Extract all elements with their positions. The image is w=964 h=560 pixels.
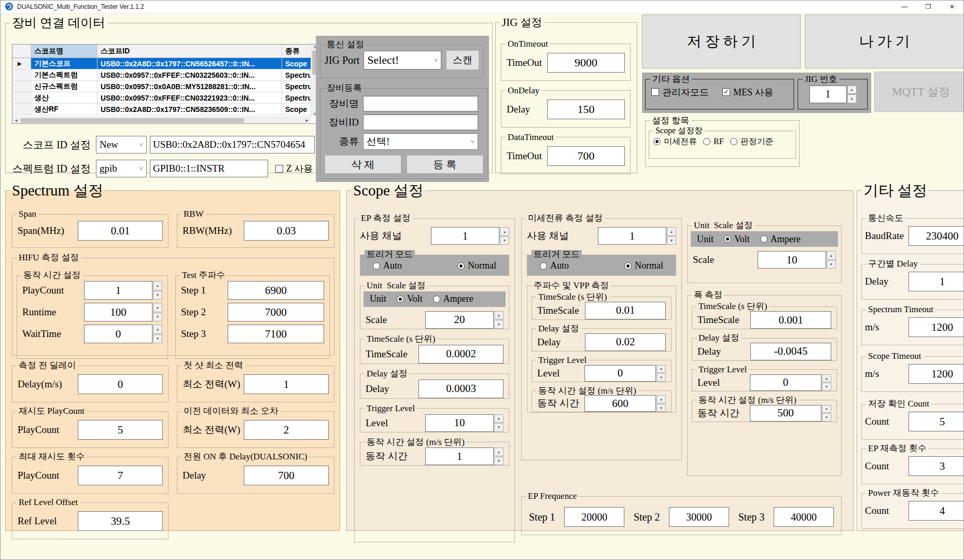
radio-judgement[interactable]: 판정기준: [730, 136, 774, 147]
device-name-input[interactable]: [363, 96, 478, 111]
jig-number-stepper[interactable]: 1 ▲ ▼: [809, 86, 857, 103]
ep-level-stepper[interactable]: 10 ▲▼: [425, 414, 504, 432]
ep-freq-step1-field[interactable]: 20000: [564, 507, 624, 527]
on-delay-field[interactable]: 150: [547, 100, 625, 119]
span-field[interactable]: 0.01: [78, 221, 163, 241]
spinner-up-icon[interactable]: ▲: [500, 227, 509, 236]
spinner-up-icon[interactable]: ▲: [153, 325, 162, 334]
radio-auto[interactable]: Auto: [540, 260, 569, 271]
scroll-right-icon[interactable]: ►: [303, 118, 311, 123]
spectrum-timeout-field[interactable]: 1200: [909, 317, 964, 337]
column-header-scope-name[interactable]: 스코프명: [31, 45, 97, 58]
scope-id-combo[interactable]: New ˅: [96, 136, 147, 153]
spinner-up-icon[interactable]: ▲: [656, 395, 666, 403]
waittime-stepper[interactable]: 0 ▲▼: [84, 325, 162, 343]
radio-micro-current[interactable]: 미세전류: [653, 136, 697, 147]
spinner-down-icon[interactable]: ▼: [827, 260, 836, 269]
spinner-up-icon[interactable]: ▲: [494, 414, 504, 423]
spinner-up-icon[interactable]: ▲: [667, 227, 676, 236]
radio-normal[interactable]: Normal: [457, 260, 496, 271]
spectrum-id-field[interactable]: GPIB0::1::INSTR: [150, 160, 268, 177]
baudrate-field[interactable]: 230400: [909, 226, 964, 246]
spinner-down-icon[interactable]: ▼: [153, 334, 162, 344]
spinner-up-icon[interactable]: ▲: [153, 281, 162, 290]
exit-button[interactable]: 나 가 기: [805, 15, 964, 68]
spinner-up-icon[interactable]: ▲: [153, 303, 162, 312]
table-row[interactable]: 신규스펙트럼 USB0::0x0957::0x0A0B::MY51288281:…: [12, 81, 318, 92]
spinner-down-icon[interactable]: ▼: [494, 423, 504, 432]
width-scale-stepper[interactable]: 10 ▲▼: [758, 251, 836, 269]
spinner-down-icon[interactable]: ▼: [667, 236, 676, 245]
ref-level-field[interactable]: 39.5: [78, 511, 163, 531]
delete-button[interactable]: 삭 제: [325, 155, 401, 174]
ep-scale-stepper[interactable]: 20 ▲▼: [425, 311, 504, 329]
radio-volt[interactable]: Volt: [724, 234, 750, 245]
register-button[interactable]: 등 록: [407, 155, 483, 174]
spinner-up-icon[interactable]: ▲: [822, 405, 831, 413]
playcount-stepper[interactable]: 1 ▲▼: [84, 281, 162, 300]
admin-mode-checkbox[interactable]: 관리자모드: [651, 86, 709, 99]
ep-channel-stepper[interactable]: 1 ▲▼: [431, 227, 509, 245]
ep-runtime-stepper[interactable]: 1 ▲▼: [425, 447, 504, 465]
table-row[interactable]: 기본스펙트럼 USB0::0x0957::0xFFEF::CN03225603:…: [12, 69, 318, 81]
column-header-type[interactable]: 종류: [282, 45, 311, 58]
micro-delay-field[interactable]: 0.02: [585, 333, 666, 351]
ep-remeasure-count-field[interactable]: 3: [909, 456, 964, 476]
maximize-button[interactable]: ❐: [916, 0, 940, 13]
horizontal-scroll-thumb[interactable]: [21, 118, 244, 123]
scroll-left-icon[interactable]: ◄: [12, 118, 20, 123]
section-delay-field[interactable]: 1: [909, 272, 964, 291]
spinner-down-icon[interactable]: ▼: [847, 94, 857, 103]
width-delay-field[interactable]: -0.0045: [750, 343, 831, 360]
close-button[interactable]: ✕: [940, 0, 964, 13]
spinner-up-icon[interactable]: ▲: [847, 86, 857, 94]
first-shot-field[interactable]: 1: [244, 374, 329, 394]
micro-channel-stepper[interactable]: 1 ▲▼: [598, 227, 676, 245]
radio-ampere[interactable]: Ampere: [760, 234, 801, 245]
runtime-stepper[interactable]: 100 ▲▼: [84, 303, 162, 321]
ep-timescale-field[interactable]: 0.0002: [418, 345, 504, 363]
radio-rf[interactable]: RF: [703, 137, 724, 146]
width-level-stepper[interactable]: 0 ▲▼: [750, 374, 831, 391]
spinner-down-icon[interactable]: ▼: [822, 413, 831, 422]
spinner-down-icon[interactable]: ▼: [500, 236, 509, 245]
power-restart-count-field[interactable]: 4: [909, 501, 964, 521]
micro-level-stepper[interactable]: 0 ▲▼: [584, 365, 666, 382]
spinner-up-icon[interactable]: ▲: [827, 251, 836, 260]
width-runtime-stepper[interactable]: 500 ▲▼: [750, 405, 831, 422]
max-retry-field[interactable]: 7: [78, 466, 163, 485]
ep-freq-step3-field[interactable]: 40000: [774, 507, 834, 527]
ep-delay-field[interactable]: 0.0003: [418, 380, 504, 398]
device-type-combo[interactable]: 선택! ˅: [363, 133, 478, 150]
test-freq-step3-field[interactable]: 7100: [228, 325, 324, 343]
column-header-scope-id[interactable]: 스코프ID: [97, 45, 282, 58]
device-id-input[interactable]: [363, 115, 478, 130]
spinner-down-icon[interactable]: ▼: [153, 291, 162, 300]
save-confirm-count-field[interactable]: 5: [909, 412, 964, 431]
spinner-down-icon[interactable]: ▼: [494, 320, 504, 329]
test-freq-step2-field[interactable]: 7000: [228, 303, 324, 321]
radio-ampere[interactable]: Ampere: [433, 293, 473, 304]
radio-volt[interactable]: Volt: [397, 293, 423, 304]
z-use-checkbox[interactable]: Z 사용: [275, 162, 313, 175]
spectrum-id-combo[interactable]: gpib ˅: [96, 160, 147, 177]
test-freq-step1-field[interactable]: 6900: [228, 281, 324, 300]
spinner-down-icon[interactable]: ▼: [153, 313, 162, 322]
spinner-down-icon[interactable]: ▼: [656, 404, 666, 412]
radio-normal[interactable]: Normal: [624, 260, 663, 271]
radio-auto[interactable]: Auto: [373, 260, 402, 271]
spinner-up-icon[interactable]: ▲: [656, 365, 666, 373]
micro-runtime-stepper[interactable]: 600 ▲▼: [584, 395, 666, 412]
pre-delay-field[interactable]: 0: [78, 374, 163, 394]
rbw-field[interactable]: 0.03: [244, 221, 329, 241]
minimize-button[interactable]: —: [892, 0, 916, 13]
scan-button[interactable]: 스캔: [446, 50, 479, 70]
spinner-up-icon[interactable]: ▲: [494, 447, 504, 456]
retry-playcount-field[interactable]: 5: [78, 420, 163, 440]
power-on-delay-field[interactable]: 700: [244, 466, 329, 485]
spinner-down-icon[interactable]: ▼: [656, 373, 666, 382]
spinner-down-icon[interactable]: ▼: [822, 383, 831, 391]
spinner-up-icon[interactable]: ▲: [822, 374, 831, 383]
table-horizontal-scrollbar[interactable]: ◄ ►: [12, 117, 311, 123]
table-row[interactable]: 생산RF USB0::0x2A8D::0x1797::CN58236509::0…: [12, 104, 318, 115]
